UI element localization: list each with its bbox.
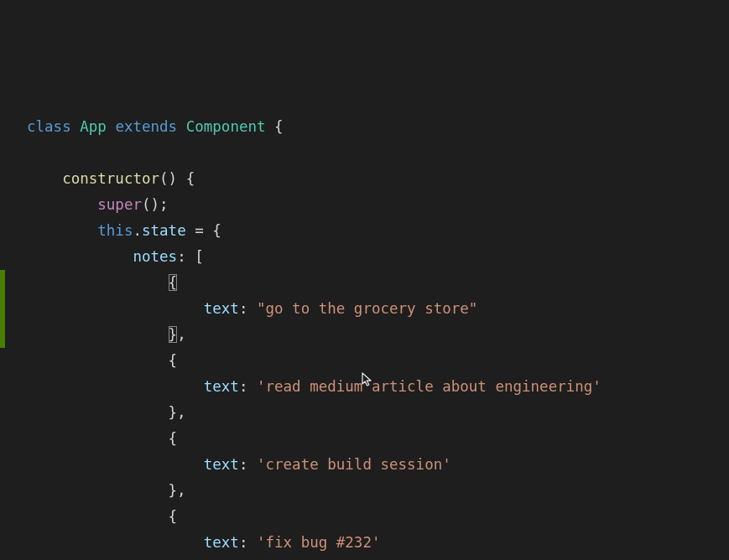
- brace-close-comma: },: [169, 482, 186, 499]
- brace-open: {: [274, 118, 284, 135]
- brace-open: {: [169, 352, 178, 369]
- string-note-3: 'create build session': [257, 456, 451, 473]
- prop-text: text: [204, 378, 239, 395]
- keyword-extends: extends: [115, 118, 177, 135]
- super-tail: ();: [142, 196, 169, 213]
- prop-text: text: [204, 300, 239, 317]
- brace-close-comma: },: [169, 404, 186, 421]
- colon: :: [239, 534, 257, 551]
- prop-state: state: [142, 222, 186, 239]
- assign: = {: [186, 222, 221, 239]
- brace-open-match: {: [169, 274, 178, 291]
- brace-open: {: [169, 430, 178, 447]
- keyword-super: super: [97, 196, 142, 213]
- brace-open: {: [186, 170, 195, 187]
- string-note-2: 'read medium article about engineering': [257, 378, 601, 395]
- class-name-component: Component: [186, 118, 266, 135]
- colon-bracket: : [: [177, 248, 204, 265]
- class-name-app: App: [80, 118, 107, 135]
- code-editor[interactable]: class App extends Component { constructo…: [0, 0, 729, 560]
- string-note-1: "go to the grocery store": [257, 300, 477, 317]
- colon: :: [239, 300, 257, 317]
- brace-close-match: }: [169, 326, 178, 343]
- prop-text: text: [204, 456, 239, 473]
- prop-notes: notes: [133, 248, 177, 265]
- keyword-this: this: [97, 222, 133, 239]
- gutter-change-marker: [0, 270, 5, 348]
- prop-text: text: [204, 534, 239, 551]
- string-note-4: 'fix bug #232': [257, 534, 381, 551]
- dot: .: [133, 222, 142, 239]
- colon: :: [239, 378, 257, 395]
- parens: (): [159, 170, 177, 187]
- colon: :: [239, 456, 257, 473]
- code-content: class App extends Component { constructo…: [0, 104, 729, 560]
- brace-open: {: [169, 508, 178, 525]
- keyword-class: class: [27, 118, 71, 135]
- fn-constructor: constructor: [62, 170, 159, 187]
